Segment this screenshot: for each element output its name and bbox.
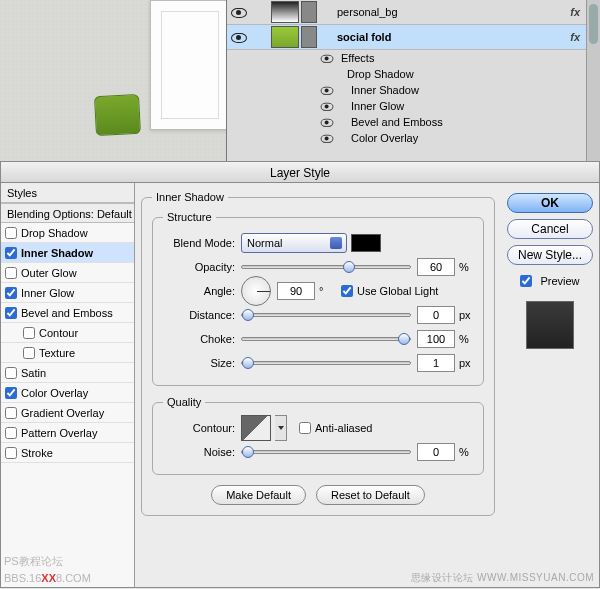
satin-checkbox[interactable]: [5, 367, 17, 379]
layer-thumbnail[interactable]: [271, 1, 299, 23]
document-canvas: [0, 0, 226, 161]
slider-thumb[interactable]: [398, 333, 410, 345]
canvas-green-fold: [94, 94, 141, 136]
distance-label: Distance:: [163, 309, 241, 321]
make-default-button[interactable]: Make Default: [211, 485, 306, 505]
use-global-label: Use Global Light: [357, 285, 438, 297]
contour-checkbox[interactable]: [23, 327, 35, 339]
opacity-slider[interactable]: [241, 265, 411, 269]
style-label: Inner Glow: [21, 287, 74, 299]
layer-thumbnail[interactable]: [271, 26, 299, 48]
slider-thumb[interactable]: [242, 309, 254, 321]
style-color-overlay[interactable]: Color Overlay: [1, 383, 134, 403]
angle-dial[interactable]: [241, 276, 271, 306]
style-label: Pattern Overlay: [21, 427, 97, 439]
style-bevel[interactable]: Bevel and Emboss: [1, 303, 134, 323]
noise-slider[interactable]: [241, 450, 411, 454]
slider-thumb[interactable]: [242, 446, 254, 458]
visibility-icon[interactable]: [231, 31, 247, 43]
effect-inner-glow-row[interactable]: Inner Glow: [227, 98, 600, 114]
layer-mask-thumbnail[interactable]: [301, 26, 317, 48]
scrollbar-thumb[interactable]: [589, 4, 598, 44]
visibility-icon[interactable]: [321, 117, 334, 127]
reset-default-button[interactable]: Reset to Default: [316, 485, 425, 505]
pattern-overlay-checkbox[interactable]: [5, 427, 17, 439]
ok-button[interactable]: OK: [507, 193, 593, 213]
bevel-checkbox[interactable]: [5, 307, 17, 319]
blend-mode-select[interactable]: Normal: [241, 233, 347, 253]
texture-checkbox[interactable]: [23, 347, 35, 359]
style-pattern-overlay[interactable]: Pattern Overlay: [1, 423, 134, 443]
layer-row-social-fold[interactable]: social fold fx: [227, 25, 600, 50]
new-style-button[interactable]: New Style...: [507, 245, 593, 265]
effect-drop-shadow-row[interactable]: Drop Shadow: [227, 66, 600, 82]
effect-label: Bevel and Emboss: [339, 116, 443, 128]
preview-checkbox[interactable]: [520, 275, 532, 287]
slider-thumb[interactable]: [343, 261, 355, 273]
inner-glow-checkbox[interactable]: [5, 287, 17, 299]
size-input[interactable]: [417, 354, 455, 372]
noise-input[interactable]: [417, 443, 455, 461]
choke-input[interactable]: [417, 330, 455, 348]
visibility-icon[interactable]: [321, 133, 334, 143]
style-texture[interactable]: Texture: [1, 343, 134, 363]
layer-mask-thumbnail[interactable]: [301, 1, 317, 23]
size-slider[interactable]: [241, 361, 411, 365]
layer-name[interactable]: personal_bg: [319, 6, 570, 18]
layers-scrollbar[interactable]: [586, 0, 600, 161]
contour-label: Contour:: [163, 422, 241, 434]
contour-dropdown-icon[interactable]: [275, 415, 287, 441]
outer-glow-checkbox[interactable]: [5, 267, 17, 279]
styles-header[interactable]: Styles: [1, 183, 134, 203]
style-inner-glow[interactable]: Inner Glow: [1, 283, 134, 303]
visibility-icon[interactable]: [321, 85, 334, 95]
style-inner-shadow[interactable]: Inner Shadow: [1, 243, 134, 263]
layer-name[interactable]: social fold: [319, 31, 570, 43]
degree-unit: °: [319, 285, 333, 297]
style-gradient-overlay[interactable]: Gradient Overlay: [1, 403, 134, 423]
style-label: Outer Glow: [21, 267, 77, 279]
opacity-input[interactable]: [417, 258, 455, 276]
style-drop-shadow[interactable]: Drop Shadow: [1, 223, 134, 243]
preview-thumbnail: [526, 301, 574, 349]
stroke-checkbox[interactable]: [5, 447, 17, 459]
drop-shadow-checkbox[interactable]: [5, 227, 17, 239]
slider-thumb[interactable]: [242, 357, 254, 369]
color-overlay-checkbox[interactable]: [5, 387, 17, 399]
style-outer-glow[interactable]: Outer Glow: [1, 263, 134, 283]
wm-text: BBS.16: [4, 572, 41, 584]
style-satin[interactable]: Satin: [1, 363, 134, 383]
fx-badge[interactable]: fx: [570, 6, 580, 18]
cancel-button[interactable]: Cancel: [507, 219, 593, 239]
effect-color-overlay-row[interactable]: Color Overlay: [227, 130, 600, 146]
wm-text: 8.COM: [56, 572, 91, 584]
wm-text: XX: [41, 572, 56, 584]
px-unit: px: [459, 357, 473, 369]
shadow-color-swatch[interactable]: [351, 234, 381, 252]
contour-picker[interactable]: [241, 415, 271, 441]
antialiased-label: Anti-aliased: [315, 422, 372, 434]
effect-bevel-row[interactable]: Bevel and Emboss: [227, 114, 600, 130]
quality-legend: Quality: [163, 396, 205, 408]
choke-slider[interactable]: [241, 337, 411, 341]
antialiased-checkbox[interactable]: [299, 422, 311, 434]
gradient-overlay-checkbox[interactable]: [5, 407, 17, 419]
layer-row-personal-bg[interactable]: personal_bg fx: [227, 0, 600, 25]
visibility-icon[interactable]: [321, 101, 334, 111]
style-stroke[interactable]: Stroke: [1, 443, 134, 463]
distance-slider[interactable]: [241, 313, 411, 317]
style-label: Satin: [21, 367, 46, 379]
visibility-icon[interactable]: [231, 6, 247, 18]
angle-input[interactable]: [277, 282, 315, 300]
noise-label: Noise:: [163, 446, 241, 458]
use-global-light-checkbox[interactable]: [341, 285, 353, 297]
visibility-icon[interactable]: [321, 53, 334, 63]
inner-shadow-checkbox[interactable]: [5, 247, 17, 259]
style-contour[interactable]: Contour: [1, 323, 134, 343]
effects-heading-row[interactable]: Effects: [227, 50, 600, 66]
settings-panel: Inner Shadow Structure Blend Mode: Norma…: [135, 183, 501, 587]
blending-options-item[interactable]: Blending Options: Default: [1, 203, 134, 223]
fx-badge[interactable]: fx: [570, 31, 580, 43]
effect-inner-shadow-row[interactable]: Inner Shadow: [227, 82, 600, 98]
distance-input[interactable]: [417, 306, 455, 324]
